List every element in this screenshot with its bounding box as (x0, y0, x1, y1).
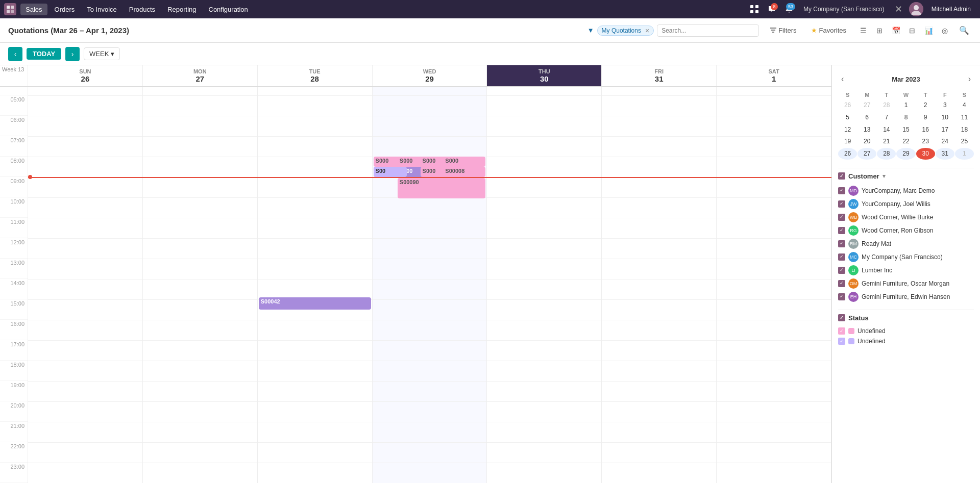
customer-filter-item-2[interactable]: WBWood Corner, Willie Burke (838, 211, 974, 224)
mini-cal-day-31[interactable]: 31 (936, 148, 954, 160)
mini-cal-day-21[interactable]: 21 (877, 136, 896, 147)
company-selector[interactable]: My Company (San Francisco) (799, 4, 889, 15)
mini-cal-day-27[interactable]: 27 (857, 148, 876, 160)
customer-checkbox-3[interactable] (838, 227, 845, 234)
mini-cal-day-9[interactable]: 9 (916, 112, 935, 123)
customer-checkbox-2[interactable] (838, 214, 845, 221)
user-avatar[interactable] (909, 2, 923, 16)
prev-week-btn[interactable]: ‹ (8, 47, 22, 61)
status-filter-item-0[interactable]: ✓Undefined (838, 326, 974, 336)
customer-filter-header[interactable]: Customer ▾ (838, 172, 974, 180)
mini-cal-day-26[interactable]: 26 (838, 99, 857, 111)
day-header-tue[interactable]: Tue 28 (258, 65, 373, 86)
graph-view-btn[interactable]: 📊 (921, 23, 936, 38)
mini-cal-day-12[interactable]: 12 (838, 124, 857, 136)
mini-cal-day-14[interactable]: 14 (877, 124, 896, 136)
mini-cal-next[interactable]: › (965, 73, 974, 85)
customer-filter-item-0[interactable]: MDYourCompany, Marc Demo (838, 184, 974, 197)
mini-cal-day-8[interactable]: 8 (896, 112, 915, 123)
customer-filter-item-7[interactable]: OMGemini Furniture, Oscar Morgan (838, 277, 974, 290)
mini-cal-day-22[interactable]: 22 (896, 136, 915, 147)
mini-cal-day-26[interactable]: 26 (838, 148, 857, 160)
mini-cal-day-6[interactable]: 6 (857, 112, 876, 123)
mini-cal-day-27[interactable]: 27 (857, 99, 876, 111)
calendar-event-S00008[interactable]: S00008 (443, 167, 485, 177)
day-col-sun[interactable] (28, 87, 143, 483)
customer-checkbox-5[interactable] (838, 253, 845, 261)
time-scroll-area[interactable]: 24:0001:0002:0003:0004:0005:0006:0007:00… (0, 87, 831, 483)
customer-filter-item-3[interactable]: RGWood Corner, Ron Gibson (838, 224, 974, 237)
calendar-event-S000[interactable]: S000 (398, 157, 418, 167)
mini-cal-day-18[interactable]: 18 (955, 124, 974, 136)
day-header-fri[interactable]: Fri 31 (602, 65, 717, 86)
customer-filter-item-1[interactable]: JWYourCompany, Joel Willis (838, 197, 974, 211)
kanban-view-btn[interactable]: ⊞ (872, 23, 887, 38)
nav-to-invoice[interactable]: To Invoice (82, 4, 122, 15)
customer-checkbox-0[interactable] (838, 187, 845, 194)
calendar-view-btn[interactable]: 📅 (888, 23, 903, 38)
chat-icon[interactable]: 8 (765, 2, 779, 16)
customer-checkbox-6[interactable] (838, 267, 845, 274)
mini-cal-day-20[interactable]: 20 (857, 136, 876, 147)
customer-checkbox-4[interactable] (838, 240, 845, 247)
mini-cal-day-19[interactable]: 19 (838, 136, 857, 147)
search-expand-btn[interactable]: 🔍 (957, 23, 972, 38)
mini-cal-day-4[interactable]: 4 (955, 99, 974, 111)
status-checkbox-0[interactable]: ✓ (838, 327, 845, 335)
mini-cal-day-30[interactable]: 30 (916, 148, 935, 160)
favorites-btn[interactable]: ★ Favorites (806, 24, 851, 36)
calendar-event-S00042[interactable]: S00042 (259, 297, 371, 310)
mini-cal-day-13[interactable]: 13 (857, 124, 876, 136)
mini-cal-day-3[interactable]: 3 (936, 99, 954, 111)
day-header-sat[interactable]: Sat 1 (717, 65, 831, 86)
mini-cal-day-2[interactable]: 2 (916, 99, 935, 111)
mini-cal-day-1[interactable]: 1 (896, 99, 915, 111)
day-col-extra[interactable] (717, 87, 831, 483)
day-header-mon[interactable]: Mon 27 (143, 65, 258, 86)
customer-checkbox-7[interactable] (838, 280, 845, 287)
search-input[interactable] (657, 24, 759, 37)
status-checkbox-1[interactable]: ✓ (838, 338, 845, 345)
customer-filter-item-5[interactable]: MCMy Company (San Francisco) (838, 250, 974, 264)
notification-icon[interactable]: 53 (782, 2, 796, 16)
mini-cal-day-25[interactable]: 25 (955, 136, 974, 147)
nav-products[interactable]: Products (124, 4, 160, 15)
grid-menu-icon[interactable] (747, 2, 762, 16)
mini-cal-day-28[interactable]: 28 (877, 148, 896, 160)
day-col-fri[interactable] (487, 87, 602, 483)
next-week-btn[interactable]: › (65, 47, 80, 61)
day-col-sat[interactable] (602, 87, 717, 483)
filters-btn[interactable]: Filters (765, 24, 801, 36)
calendar-event-S000[interactable]: S000 (443, 157, 485, 167)
list-view-btn[interactable]: ☰ (855, 23, 871, 38)
customer-filter-item-8[interactable]: EHGemini Furniture, Edwin Hansen (838, 290, 974, 303)
app-logo[interactable] (4, 3, 16, 15)
close-icon[interactable]: ✕ (892, 2, 906, 16)
calendar-event-S00090[interactable]: S00090 (398, 178, 486, 198)
mini-cal-day-23[interactable]: 23 (916, 136, 935, 147)
mini-cal-day-1[interactable]: 1 (955, 148, 974, 160)
day-header-wed[interactable]: Wed 29 (373, 65, 487, 86)
status-master-checkbox[interactable] (838, 314, 845, 321)
user-name[interactable]: Mitchell Admin (926, 4, 976, 15)
day-col-tue[interactable]: S00043S00042 (258, 87, 373, 483)
customer-filter-item-6[interactable]: LILumber Inc (838, 264, 974, 277)
calendar-event-S00[interactable]: S00 (374, 167, 407, 177)
mini-cal-day-17[interactable]: 17 (936, 124, 954, 136)
mini-cal-day-28[interactable]: 28 (877, 99, 896, 111)
day-col-mon[interactable]: S00041S00066 (143, 87, 258, 483)
nav-configuration[interactable]: Configuration (204, 4, 253, 15)
nav-orders[interactable]: Orders (50, 4, 80, 15)
mini-cal-day-7[interactable]: 7 (877, 112, 896, 123)
nav-sales[interactable]: Sales (20, 4, 47, 15)
week-selector-btn[interactable]: WEEK ▾ (84, 47, 120, 60)
mini-cal-day-24[interactable]: 24 (936, 136, 954, 147)
mini-cal-day-15[interactable]: 15 (896, 124, 915, 136)
status-filter-item-1[interactable]: ✓Undefined (838, 336, 974, 346)
customer-checkbox-8[interactable] (838, 293, 845, 300)
customer-filter-item-4[interactable]: RMReady Mat (838, 237, 974, 250)
activity-view-btn[interactable]: ◎ (937, 23, 952, 38)
pivot-view-btn[interactable]: ⊟ (904, 23, 920, 38)
mini-cal-day-10[interactable]: 10 (936, 112, 954, 123)
day-header-sun[interactable]: Sun 26 (28, 65, 143, 86)
